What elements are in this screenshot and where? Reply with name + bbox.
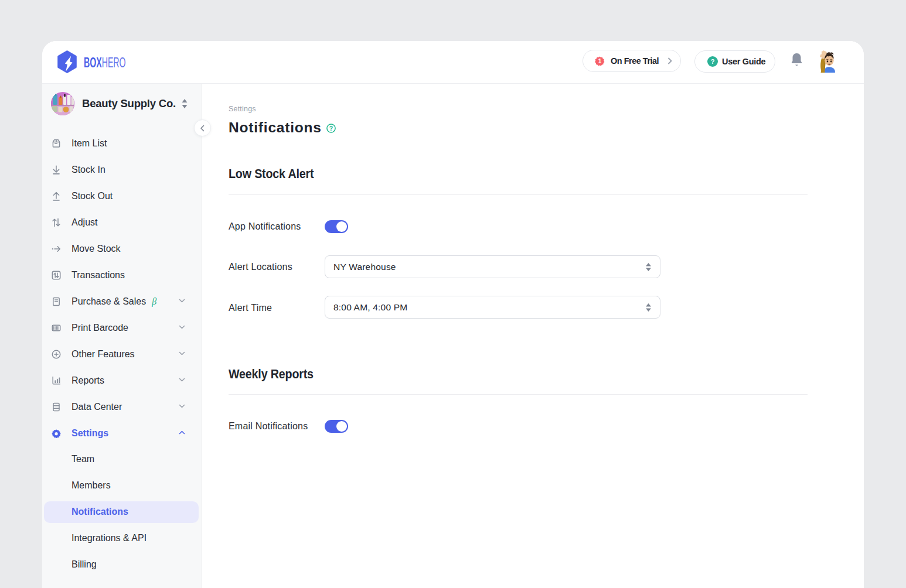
svg-text:?: ?	[711, 58, 715, 65]
svg-text:1: 1	[598, 58, 602, 64]
svg-text:?: ?	[329, 125, 333, 132]
